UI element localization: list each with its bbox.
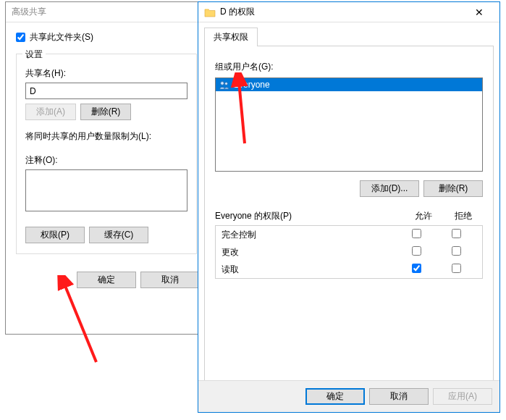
- perm-remove-button[interactable]: 删除(R): [423, 180, 483, 197]
- perm-ok-button[interactable]: 确定: [305, 388, 365, 405]
- share-folder-checkbox[interactable]: 共享此文件夹(S): [16, 31, 197, 43]
- adv-ok-button[interactable]: 确定: [77, 272, 136, 288]
- comment-input[interactable]: [25, 169, 187, 211]
- adv-title: 高级共享: [12, 6, 201, 18]
- svg-point-0: [221, 82, 224, 85]
- deny-change[interactable]: [452, 246, 461, 256]
- perm-row-label: 完全控制: [222, 229, 397, 241]
- list-item[interactable]: Everyone: [216, 78, 482, 91]
- tab-share-permissions[interactable]: 共享权限: [204, 28, 258, 46]
- comment-label: 注释(O):: [25, 154, 187, 167]
- allow-read[interactable]: [412, 264, 421, 273]
- adv-cancel-button[interactable]: 取消: [140, 272, 200, 288]
- allow-full-control[interactable]: [412, 229, 421, 238]
- cache-button[interactable]: 缓存(C): [89, 227, 148, 243]
- settings-group: 设置 共享名(H): 添加(A) 删除(R) 将同时共享的用户数量限制为(L):…: [16, 54, 197, 254]
- settings-legend: 设置: [22, 49, 46, 61]
- folder-icon: [204, 7, 216, 17]
- perm-titlebar[interactable]: D 的权限 ✕: [198, 2, 499, 22]
- permissions-list: 完全控制 更改 读取: [215, 225, 483, 279]
- perm-row: 完全控制: [216, 226, 482, 243]
- share-name-label: 共享名(H):: [25, 67, 187, 80]
- dialog-footer: 确定 取消 应用(A): [198, 380, 499, 412]
- deny-full-control[interactable]: [452, 229, 461, 238]
- limit-label: 将同时共享的用户数量限制为(L):: [25, 130, 187, 143]
- permissions-window: D 的权限 ✕ 共享权限 组或用户名(G): Everyone 添加(D)...…: [198, 1, 500, 413]
- perm-apply-button[interactable]: 应用(A): [433, 388, 492, 405]
- deny-read[interactable]: [452, 264, 461, 273]
- adv-add-button[interactable]: 添加(A): [25, 104, 76, 120]
- share-folder-check-input[interactable]: [16, 33, 25, 42]
- perm-row: 读取: [216, 261, 482, 278]
- advanced-sharing-window: 高级共享 共享此文件夹(S) 设置 共享名(H): 添加(A) 删除(R) 将同…: [5, 1, 208, 335]
- perm-title: D 的权限: [220, 6, 465, 18]
- users-icon: [219, 80, 230, 90]
- perm-cancel-button[interactable]: 取消: [369, 388, 429, 405]
- permissions-for-label: Everyone 的权限(P): [215, 210, 403, 222]
- group-users-label: 组或用户名(G):: [215, 61, 483, 73]
- perm-row: 更改: [216, 243, 482, 261]
- permissions-button[interactable]: 权限(P): [25, 227, 85, 243]
- allow-change[interactable]: [412, 246, 421, 256]
- perm-add-button[interactable]: 添加(D)...: [360, 180, 419, 197]
- share-folder-label: 共享此文件夹(S): [30, 31, 93, 43]
- close-icon[interactable]: ✕: [465, 7, 494, 18]
- deny-column-header: 拒绝: [443, 210, 483, 222]
- users-listbox[interactable]: Everyone: [215, 77, 483, 172]
- perm-row-label: 读取: [222, 264, 397, 276]
- adv-remove-button[interactable]: 删除(R): [80, 104, 131, 120]
- list-item-label: Everyone: [233, 80, 270, 90]
- tab-body: 组或用户名(G): Everyone 添加(D)... 删除(R) Everyo…: [204, 46, 494, 386]
- svg-point-1: [225, 83, 228, 85]
- allow-column-header: 允许: [403, 210, 443, 222]
- adv-titlebar[interactable]: 高级共享: [6, 2, 207, 22]
- perm-row-label: 更改: [222, 246, 397, 259]
- share-name-input[interactable]: [25, 83, 187, 99]
